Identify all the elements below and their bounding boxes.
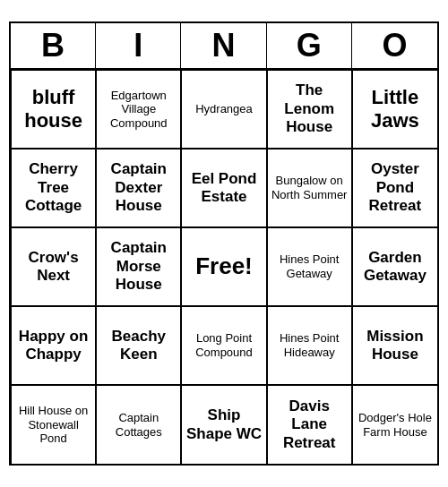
- cell-text-6: Captain Dexter House: [100, 160, 177, 215]
- bingo-cell-10: Crow's Next: [11, 227, 96, 306]
- header-letter-n: N: [181, 23, 266, 68]
- bingo-header: BINGO: [11, 23, 437, 70]
- bingo-cell-14: Garden Getaway: [352, 227, 437, 306]
- cell-text-4: Little Jaws: [357, 86, 434, 133]
- cell-text-7: Eel Pond Estate: [185, 170, 262, 207]
- cell-text-20: Hill House on Stonewall Pond: [15, 404, 91, 446]
- bingo-cell-19: Mission House: [352, 306, 437, 385]
- bingo-cell-13: Hines Point Getaway: [267, 227, 352, 306]
- cell-text-12: Free!: [195, 252, 253, 280]
- cell-text-24: Dodger's Hole Farm House: [357, 411, 434, 439]
- cell-text-14: Garden Getaway: [357, 249, 434, 286]
- bingo-cell-12: Free!: [181, 227, 266, 306]
- bingo-cell-11: Captain Morse House: [96, 227, 181, 306]
- header-letter-i: I: [96, 23, 181, 68]
- bingo-cell-7: Eel Pond Estate: [181, 149, 266, 227]
- bingo-cell-20: Hill House on Stonewall Pond: [11, 385, 96, 464]
- header-letter-o: O: [352, 23, 437, 68]
- cell-text-2: Hydrangea: [195, 102, 253, 116]
- cell-text-17: Long Point Compound: [185, 331, 262, 359]
- bingo-cell-23: Davis Lane Retreat: [267, 385, 352, 464]
- cell-text-13: Hines Point Getaway: [271, 252, 348, 280]
- bingo-cell-16: Beachy Keen: [96, 306, 181, 385]
- bingo-grid: bluff houseEdgartown Village CompoundHyd…: [11, 70, 437, 464]
- cell-text-23: Davis Lane Retreat: [271, 397, 348, 452]
- bingo-cell-21: Captain Cottages: [96, 385, 181, 464]
- bingo-cell-5: Cherry Tree Cottage: [11, 149, 96, 227]
- cell-text-8: Bungalow on North Summer: [271, 174, 348, 201]
- cell-text-21: Captain Cottages: [100, 411, 177, 439]
- cell-text-5: Cherry Tree Cottage: [15, 160, 91, 215]
- bingo-cell-6: Captain Dexter House: [96, 149, 181, 227]
- bingo-card: BINGO bluff houseEdgartown Village Compo…: [9, 21, 439, 466]
- bingo-cell-1: Edgartown Village Compound: [96, 70, 181, 149]
- header-letter-b: B: [11, 23, 96, 68]
- cell-text-3: The Lenom House: [271, 81, 348, 136]
- bingo-cell-2: Hydrangea: [181, 70, 266, 149]
- bingo-cell-0: bluff house: [11, 70, 96, 149]
- header-letter-g: G: [267, 23, 352, 68]
- cell-text-19: Mission House: [357, 328, 434, 364]
- cell-text-22: Ship Shape WC: [185, 406, 262, 443]
- bingo-cell-4: Little Jaws: [352, 70, 437, 149]
- cell-text-10: Crow's Next: [15, 249, 91, 286]
- bingo-cell-24: Dodger's Hole Farm House: [352, 385, 437, 464]
- bingo-cell-17: Long Point Compound: [181, 306, 266, 385]
- bingo-cell-22: Ship Shape WC: [181, 385, 266, 464]
- bingo-cell-18: Hines Point Hideaway: [267, 306, 352, 385]
- cell-text-0: bluff house: [15, 86, 91, 133]
- bingo-cell-9: Oyster Pond Retreat: [352, 149, 437, 227]
- cell-text-9: Oyster Pond Retreat: [357, 160, 434, 215]
- bingo-cell-15: Happy on Chappy: [11, 306, 96, 385]
- bingo-cell-3: The Lenom House: [267, 70, 352, 149]
- cell-text-1: Edgartown Village Compound: [100, 89, 177, 131]
- bingo-cell-8: Bungalow on North Summer: [267, 149, 352, 227]
- cell-text-18: Hines Point Hideaway: [271, 331, 348, 359]
- cell-text-15: Happy on Chappy: [15, 328, 91, 364]
- cell-text-11: Captain Morse House: [100, 239, 177, 294]
- cell-text-16: Beachy Keen: [100, 328, 177, 364]
